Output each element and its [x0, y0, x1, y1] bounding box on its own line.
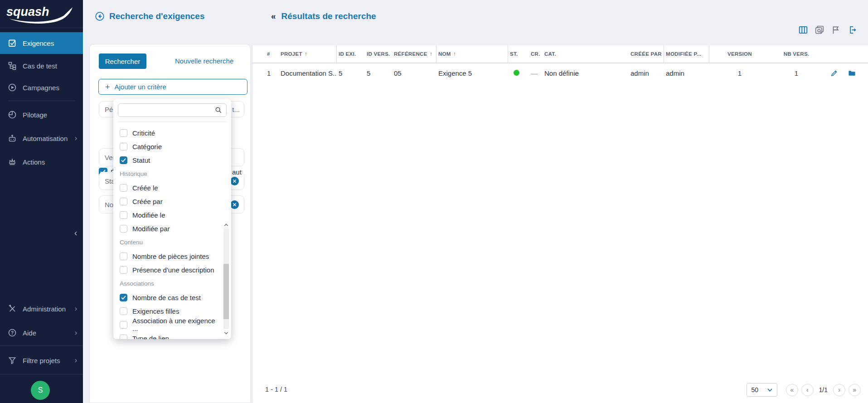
sidebar-item-automatisation[interactable]: Automatisation › [0, 127, 83, 149]
table-row[interactable]: 1 Documentation S... 5 5 05 Exigence 5 —… [252, 63, 868, 83]
sidebar-item-actions[interactable]: Actions [0, 151, 83, 173]
prev-page-button[interactable]: ‹ [801, 384, 814, 396]
criteria-option[interactable]: Modifiée par [120, 222, 222, 235]
sidebar-item-label: Automatisation [23, 135, 68, 142]
sidebar-item-exigences[interactable]: Exigences [0, 32, 83, 54]
page-size-select[interactable]: 50 [747, 383, 777, 397]
sort-asc-icon[interactable]: ↑ [305, 51, 307, 57]
column-header-id-vers[interactable]: ID VERS. [365, 45, 392, 63]
checkbox[interactable] [120, 184, 127, 192]
page-title-search[interactable]: Recherche d'exigences [109, 11, 204, 21]
column-header-projet[interactable]: PROJET↑ [279, 45, 337, 63]
checkbox[interactable] [120, 252, 127, 260]
sidebar-item-administration[interactable]: Administration › [0, 298, 83, 320]
squash-logo[interactable]: squash [0, 0, 83, 28]
result-count-summary: 1 - 1 / 1 [265, 386, 287, 393]
criteria-option[interactable]: Criticité [120, 126, 222, 140]
checkbox[interactable] [120, 294, 127, 301]
add-criterion-button[interactable]: + Ajouter un critère [98, 79, 247, 95]
cell-nom[interactable]: Exigence 5 [436, 69, 508, 77]
checkbox[interactable] [120, 225, 127, 233]
column-header-modifiee-par[interactable]: MODIFIÉE P... [664, 45, 709, 63]
first-page-button[interactable]: « [786, 384, 798, 396]
column-header-creee-par[interactable]: CRÉÉE PAR [629, 45, 664, 63]
folder-icon[interactable] [848, 69, 856, 78]
column-header-categorie[interactable]: CAT. [543, 45, 629, 63]
search-button[interactable]: Rechercher [99, 53, 146, 69]
last-page-button[interactable]: » [849, 384, 861, 396]
scrollbar-track[interactable] [223, 228, 229, 329]
criteria-search-input[interactable] [118, 104, 214, 117]
criteria-group-label: Associations [120, 277, 222, 291]
sidebar-item-campagnes[interactable]: Campagnes [0, 77, 83, 98]
criteria-option[interactable]: Statut [120, 153, 222, 167]
sidebar-item-cas-de-test[interactable]: Cas de test [0, 55, 83, 77]
criteria-option[interactable]: Nombre de cas de test [120, 291, 222, 304]
tree-icon [8, 61, 17, 70]
sidebar-divider [0, 345, 83, 346]
checkbox[interactable] [120, 198, 127, 205]
checkbox[interactable] [120, 156, 127, 164]
column-header-criticite[interactable]: CR. [529, 45, 543, 63]
scrollbar-thumb[interactable] [223, 264, 229, 319]
cell-id-exi: 5 [337, 69, 365, 77]
sidebar-item-filtre-projets[interactable]: Filtre projets › [0, 350, 83, 371]
sidebar-item-pilotage[interactable]: Pilotage [0, 104, 83, 126]
criteria-option[interactable]: Présence d'une description [120, 263, 222, 277]
checkbox[interactable] [120, 129, 127, 137]
edit-icon[interactable] [830, 69, 839, 78]
checkbox[interactable] [120, 211, 127, 219]
columns-icon[interactable] [798, 25, 808, 35]
remove-criterion-badge[interactable] [230, 177, 239, 185]
scroll-down-icon[interactable] [223, 329, 229, 336]
checkbox[interactable] [120, 307, 127, 315]
criteria-option[interactable]: Type de lien [120, 331, 222, 339]
sidebar-item-label: Pilotage [23, 111, 47, 119]
column-header-id-exi[interactable]: ID EXI. [337, 45, 365, 63]
criteria-option[interactable]: Modifiée le [120, 208, 222, 222]
back-circle-icon[interactable] [95, 11, 105, 21]
sort-asc-icon[interactable]: ↑ [430, 51, 432, 57]
criteria-option[interactable]: Créée par [120, 194, 222, 208]
column-header-statut[interactable]: ST. [508, 45, 529, 63]
column-header-nom[interactable]: NOM↑ [436, 45, 508, 63]
column-header-nb-versions[interactable]: NB VERS. [768, 45, 823, 63]
dropdown-scrollbar[interactable] [223, 221, 229, 336]
user-avatar[interactable]: S [31, 381, 50, 400]
checkbox[interactable] [120, 143, 127, 151]
sidebar-item-aide[interactable]: ? Aide › [0, 322, 83, 344]
column-header-version[interactable]: VERSION [709, 45, 768, 63]
sidebar-item-label: Administration [23, 305, 66, 313]
collapse-results-icon[interactable]: « [271, 11, 276, 21]
column-header-num[interactable]: # [265, 45, 279, 63]
sidebar-item-label: Campagnes [23, 84, 59, 92]
chevron-right-icon: › [75, 356, 83, 364]
cell-reference: 05 [392, 69, 436, 77]
criteria-option[interactable]: Catégorie [120, 140, 222, 153]
column-header-reference[interactable]: RÉFÉRENCE↑ [392, 45, 436, 63]
row-actions [830, 69, 857, 78]
sidebar-divider [8, 101, 76, 101]
duplicate-search-icon[interactable] [815, 25, 824, 35]
scroll-up-icon[interactable] [223, 221, 229, 228]
sidebar-divider [0, 374, 83, 374]
sort-asc-icon[interactable]: ↑ [453, 51, 456, 57]
remove-criterion-badge[interactable] [230, 200, 239, 209]
flag-icon[interactable] [831, 25, 841, 35]
criteria-option[interactable]: Nombre de pièces jointes [120, 249, 222, 263]
export-icon[interactable] [847, 25, 857, 35]
extend-label-fragment: aut [232, 168, 242, 176]
cell-nb-versions: 1 [768, 69, 823, 77]
next-page-button[interactable]: › [833, 384, 845, 396]
pagination: 50 « ‹ 1/1 › » [747, 383, 861, 397]
criteria-search-box[interactable] [118, 103, 227, 117]
new-search-link[interactable]: Nouvelle recherche [175, 53, 233, 69]
checkbox[interactable] [120, 266, 127, 274]
checkbox[interactable] [120, 321, 127, 329]
criteria-option[interactable]: Association à une exigence ... [120, 318, 222, 331]
criteria-option[interactable]: Exigences filles [120, 304, 222, 318]
criteria-option[interactable]: Créée le [120, 181, 222, 194]
search-icon [214, 106, 223, 114]
sidebar-collapse-button[interactable]: ‹ [71, 227, 81, 238]
checkbox[interactable] [120, 335, 127, 340]
